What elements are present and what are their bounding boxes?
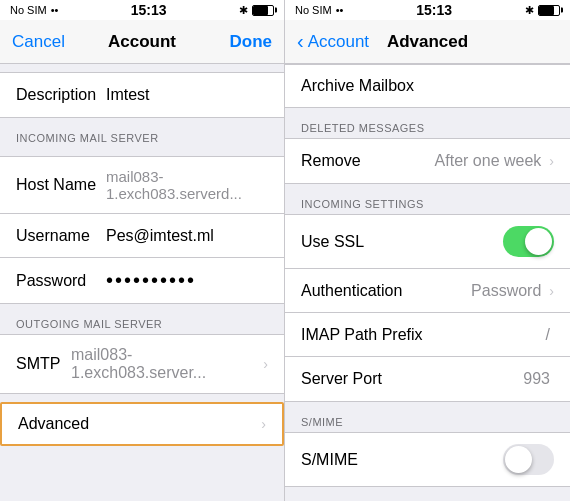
right-wifi-icon: ••	[336, 4, 344, 16]
hostname-label: Host Name	[16, 176, 106, 194]
smtp-value: mail083-1.exch083.server...	[71, 346, 259, 382]
right-status-bar: No SIM •• 15:13 ✱	[285, 0, 570, 20]
incoming-settings-section: Use SSL Authentication Password › IMAP P…	[285, 214, 570, 402]
smime-toggle[interactable]	[503, 444, 554, 475]
left-carrier: No SIM	[10, 4, 47, 16]
password-value: ••••••••••	[106, 269, 196, 292]
smtp-row[interactable]: SMTP mail083-1.exch083.server... ›	[0, 334, 284, 394]
left-battery-icon	[252, 5, 274, 16]
left-nav-bar: Cancel Account Done	[0, 20, 284, 64]
left-panel: No SIM •• 15:13 ✱ Cancel Account Done De…	[0, 0, 285, 501]
back-chevron-icon: ‹	[297, 30, 304, 53]
right-time: 15:13	[416, 2, 452, 18]
left-status-left: No SIM ••	[10, 4, 58, 16]
advanced-row[interactable]: Advanced ›	[0, 402, 284, 446]
left-status-right: ✱	[239, 4, 274, 17]
archive-mailbox-label: Archive Mailbox	[301, 77, 414, 94]
use-ssl-row[interactable]: Use SSL	[285, 215, 570, 269]
use-ssl-toggle[interactable]	[503, 226, 554, 257]
password-row[interactable]: Password ••••••••••	[0, 258, 284, 303]
deleted-messages-section: Remove After one week ›	[285, 138, 570, 184]
toggle-knob	[525, 228, 552, 255]
incoming-settings-header: INCOMING SETTINGS	[285, 192, 570, 214]
imap-path-row[interactable]: IMAP Path Prefix /	[285, 313, 570, 357]
remove-chevron-icon: ›	[549, 153, 554, 169]
smtp-chevron-icon: ›	[263, 356, 268, 372]
password-label: Password	[16, 272, 106, 290]
remove-label: Remove	[301, 152, 435, 170]
advanced-chevron-icon: ›	[261, 416, 266, 432]
smtp-label: SMTP	[16, 355, 71, 373]
left-time: 15:13	[131, 2, 167, 18]
smime-row[interactable]: S/MIME	[285, 433, 570, 486]
right-panel: No SIM •• 15:13 ✱ ‹ Account Advanced Arc…	[285, 0, 570, 501]
authentication-value: Password	[471, 282, 541, 300]
username-value: Pes@imtest.ml	[106, 227, 214, 245]
server-port-label: Server Port	[301, 370, 523, 388]
right-status-right: ✱	[525, 4, 560, 17]
description-value: Imtest	[106, 86, 150, 104]
back-button[interactable]: ‹ Account	[297, 30, 369, 53]
outgoing-header: OUTGOING MAIL SERVER	[0, 312, 284, 334]
imap-path-label: IMAP Path Prefix	[301, 326, 546, 344]
description-label: Description	[16, 86, 106, 104]
incoming-header: INCOMING MAIL SERVER	[0, 126, 284, 148]
username-label: Username	[16, 227, 106, 245]
left-bluetooth-icon: ✱	[239, 4, 248, 17]
smime-label: S/MIME	[301, 451, 503, 469]
right-carrier: No SIM	[295, 4, 332, 16]
right-battery-icon	[538, 5, 560, 16]
use-ssl-label: Use SSL	[301, 233, 503, 251]
smime-header: S/MIME	[285, 410, 570, 432]
remove-row[interactable]: Remove After one week ›	[285, 139, 570, 183]
imap-path-value: /	[546, 326, 550, 344]
deleted-messages-header: DELETED MESSAGES	[285, 116, 570, 138]
smime-toggle-knob	[505, 446, 532, 473]
done-button[interactable]: Done	[230, 32, 273, 52]
right-status-left: No SIM ••	[295, 4, 343, 16]
left-status-bar: No SIM •• 15:13 ✱	[0, 0, 284, 20]
right-nav-bar: ‹ Account Advanced	[285, 20, 570, 64]
left-nav-title: Account	[108, 32, 176, 52]
username-row[interactable]: Username Pes@imtest.ml	[0, 214, 284, 258]
remove-value: After one week	[435, 152, 542, 170]
hostname-row[interactable]: Host Name mail083-1.exch083.serverd...	[0, 157, 284, 214]
cancel-button[interactable]: Cancel	[12, 32, 65, 52]
hostname-value: mail083-1.exch083.serverd...	[106, 168, 268, 202]
authentication-row[interactable]: Authentication Password ›	[285, 269, 570, 313]
description-section: Description Imtest	[0, 72, 284, 118]
back-label: Account	[308, 32, 369, 52]
right-content: Archive Mailbox DELETED MESSAGES Remove …	[285, 64, 570, 501]
archive-mailbox-row[interactable]: Archive Mailbox	[285, 64, 570, 108]
incoming-section: Host Name mail083-1.exch083.serverd... U…	[0, 156, 284, 304]
authentication-chevron-icon: ›	[549, 283, 554, 299]
right-nav-title: Advanced	[387, 32, 468, 52]
authentication-label: Authentication	[301, 282, 471, 300]
description-row: Description Imtest	[0, 73, 284, 117]
advanced-label: Advanced	[18, 415, 257, 433]
server-port-row[interactable]: Server Port 993	[285, 357, 570, 401]
smime-section: S/MIME	[285, 432, 570, 487]
left-wifi-icon: ••	[51, 4, 59, 16]
server-port-value: 993	[523, 370, 550, 388]
right-bluetooth-icon: ✱	[525, 4, 534, 17]
